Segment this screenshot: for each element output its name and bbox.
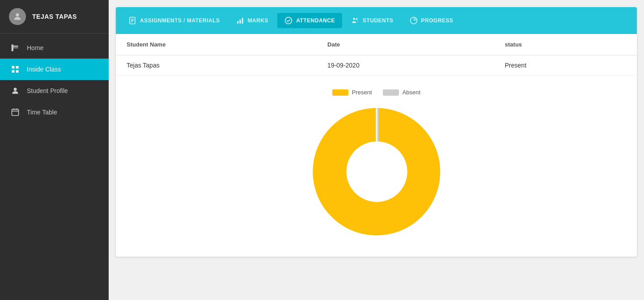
- tab-attendance-label: ATTENDANCE: [296, 17, 335, 24]
- donut-hole: [346, 142, 407, 202]
- col-student-name: Student Name: [116, 34, 317, 55]
- person-icon: [11, 86, 20, 95]
- tab-assignments-label: ASSIGNMENTS / MATERIALS: [140, 17, 220, 24]
- svg-rect-3: [12, 45, 13, 51]
- attendance-icon: [284, 17, 292, 25]
- svg-rect-4: [12, 66, 15, 69]
- legend-absent-label: Absent: [402, 89, 420, 96]
- tab-progress[interactable]: PROGRESS: [402, 13, 461, 28]
- sidebar-item-home-label: Home: [27, 44, 43, 51]
- table-row: Tejas Tapas 19-09-2020 Present: [116, 55, 637, 76]
- legend-present: Present: [332, 89, 372, 96]
- svg-point-22: [356, 18, 358, 20]
- content-card: ASSIGNMENTS / MATERIALS MARKS ATTENDANCE: [116, 7, 637, 257]
- student-name-cell: Tejas Tapas: [116, 55, 317, 76]
- chart-area: Present Absent: [116, 76, 637, 257]
- sidebar-item-student-profile-label: Student Profile: [27, 87, 68, 94]
- svg-rect-18: [239, 20, 241, 24]
- main-content: ASSIGNMENTS / MATERIALS MARKS ATTENDANCE: [109, 0, 644, 300]
- tab-attendance[interactable]: ATTENDANCE: [277, 13, 342, 28]
- tab-bar: ASSIGNMENTS / MATERIALS MARKS ATTENDANCE: [116, 7, 637, 34]
- avatar: [9, 8, 26, 25]
- svg-point-8: [14, 88, 17, 91]
- sidebar: TEJAS TAPAS Home Inside Class: [0, 0, 109, 300]
- svg-rect-9: [12, 109, 19, 115]
- svg-rect-19: [242, 18, 243, 24]
- donut-chart: [309, 105, 444, 239]
- table-header-row: Student Name Date status: [116, 34, 637, 55]
- col-status: status: [494, 34, 637, 55]
- sidebar-username: TEJAS TAPAS: [32, 13, 77, 20]
- present-swatch: [332, 89, 348, 96]
- marks-icon: [236, 17, 244, 25]
- status-cell: Present: [494, 55, 637, 76]
- tab-students-label: STUDENTS: [363, 17, 394, 24]
- sidebar-header: TEJAS TAPAS: [0, 0, 109, 34]
- tab-students[interactable]: STUDENTS: [344, 13, 401, 28]
- svg-rect-6: [12, 70, 15, 73]
- sidebar-item-time-table-label: Time Table: [27, 109, 57, 116]
- legend-present-label: Present: [352, 89, 372, 96]
- svg-rect-5: [16, 66, 19, 69]
- date-cell: 19-09-2020: [317, 55, 494, 76]
- col-date: Date: [317, 34, 494, 55]
- chart-legend: Present Absent: [332, 89, 420, 96]
- absent-swatch: [383, 89, 399, 96]
- sidebar-item-time-table[interactable]: Time Table: [0, 101, 109, 123]
- progress-icon: [410, 17, 418, 25]
- sidebar-item-inside-class[interactable]: Inside Class: [0, 59, 109, 80]
- assignments-icon: [128, 17, 136, 25]
- calendar-icon: [11, 108, 20, 117]
- svg-rect-17: [237, 21, 238, 24]
- sidebar-item-inside-class-label: Inside Class: [27, 66, 61, 73]
- svg-point-21: [353, 18, 355, 20]
- donut-svg: [309, 105, 444, 239]
- students-icon: [351, 17, 359, 25]
- tab-progress-label: PROGRESS: [421, 17, 453, 24]
- home-icon: [11, 43, 20, 52]
- svg-point-0: [16, 13, 19, 17]
- sidebar-item-home[interactable]: Home: [0, 37, 109, 59]
- legend-absent: Absent: [383, 89, 420, 96]
- tab-marks-label: MARKS: [248, 17, 269, 24]
- svg-rect-7: [16, 70, 19, 73]
- sidebar-item-student-profile[interactable]: Student Profile: [0, 80, 109, 101]
- user-icon: [13, 12, 22, 21]
- sidebar-nav: Home Inside Class Student Profile: [0, 34, 109, 123]
- tab-assignments[interactable]: ASSIGNMENTS / MATERIALS: [121, 13, 227, 28]
- attendance-table: Student Name Date status Tejas Tapas 19-…: [116, 34, 637, 76]
- tab-marks[interactable]: MARKS: [229, 13, 276, 28]
- grid-icon: [11, 65, 20, 74]
